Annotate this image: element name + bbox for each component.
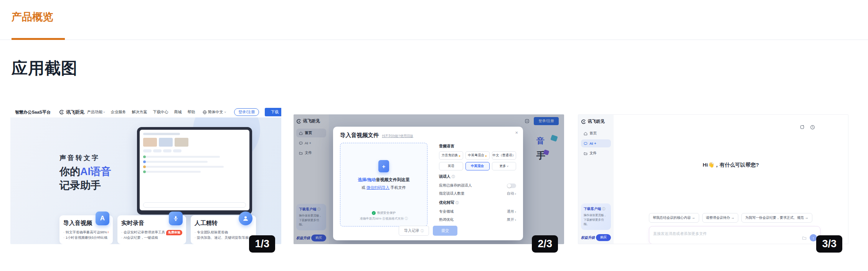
nav-item-help: 帮助 (188, 109, 195, 115)
upgrade-label: 权益升级 (581, 235, 595, 240)
tab-product-overview[interactable]: 产品概览 (12, 10, 53, 24)
page-title: 应用截图 (12, 58, 78, 79)
data-security-note: ✓数据安全保护 (340, 211, 427, 215)
input-placeholder: 直接发送消息或者添加更多文件 (653, 231, 707, 236)
feature-bullet: 专业团队校验更准确 (195, 230, 252, 235)
hero-section: 声音转文字 你的AI语音 记录助手 (10, 117, 281, 244)
mock-thumbnails (143, 138, 246, 147)
language-chips: 方言免切换◆ 中英粤混合◆ 中文（普通话） 英语 中英混合 更多˅ (439, 151, 516, 170)
feature-bullet: AI会议纪要，一键成稿 (121, 235, 182, 241)
laptop-mockup (137, 127, 252, 215)
feature-bullet: 转文字准确率最高可达98%1 (63, 230, 109, 235)
hotword-row: 热词优化 展开› (439, 216, 516, 224)
lang-chip-english: 英语 (439, 162, 463, 170)
nav-menu: 产品功能˅ 企业服务 解决方案 下载中心 商城 帮助 简体中文˅ 登录/注册 下… (87, 108, 281, 116)
download-button: 下载 (265, 108, 281, 116)
brand-name: 讯飞听见 (588, 119, 605, 124)
promo-description: 操作体验更流畅，下载解锁更多功能。 (584, 213, 608, 226)
screenshot-2-image: 讯飞听见 首页 AI + 文件 下载客户端ⓘ 操作体验更流畅，下载解锁更多功能。… (294, 114, 564, 244)
language-switcher: 简体中文˅ (203, 109, 226, 115)
lang-chip-more: 更多˅ (492, 162, 517, 170)
attach-folder-icon (802, 236, 807, 240)
close-icon: × (515, 130, 518, 136)
mock-input-bar (143, 202, 246, 208)
import-records-button: 导入记录ⓘ (399, 226, 429, 236)
mock-transcript-line (143, 166, 224, 168)
import-media-modal: × 导入音视频文件 找不到功能?使用旧版 + 选择/拖动音视频文件到这里 或 微… (333, 127, 523, 240)
sidebar-item-home: 首页 (581, 129, 611, 138)
send-button: ↑ (810, 234, 817, 241)
speaker-count-row: 指定说话人数量 自动› (439, 190, 516, 198)
feature-cards: A 导入音视频 转文字准确率最高可达98%1 1小时音视频最快5分钟出稿 实时录… (59, 215, 236, 244)
screenshot-2[interactable]: 讯飞听见 首页 AI + 文件 下载客户端ⓘ 操作体验更流畅，下载解锁更多功能。… (294, 114, 564, 244)
modal-footer: 导入记录ⓘ 提交 (333, 226, 523, 236)
folder-icon (584, 152, 587, 155)
screenshot-3-image: 讯飞听见 首页 AI + 文件 下载客户端ⓘ 操作体验更流畅，下载解锁更多功能。… (578, 114, 848, 244)
submit-button: 提交 (433, 226, 457, 236)
star-icon: ◆ (485, 154, 487, 157)
free-trial-badge: 免费体验 (166, 230, 182, 235)
ear-logo-icon (59, 109, 64, 115)
lang-chip-cn-en-yue: 中英粤混合◆ (465, 151, 490, 160)
nav-item-enterprise: 企业服务 (111, 109, 126, 115)
lang-chip-mandarin: 中文（普通话） (492, 151, 517, 160)
message-input: 直接发送消息或者添加更多文件 ↑ (649, 226, 820, 244)
mock-transcript-line (143, 171, 201, 173)
screenshot-1-image: 智慧办公SaaS平台 讯飞听见 产品功能˅ 企业服务 解决方案 下载中心 商城 … (10, 107, 281, 244)
optimize-section-label: 优化转写ⓘ (439, 200, 516, 205)
slide-counter-3: 3/3 (816, 235, 842, 253)
download-client-card: 下载客户端ⓘ 操作体验更流畅，下载解锁更多功能。 (581, 203, 611, 230)
domain-row: 专业领域 通用› (439, 208, 516, 216)
footnote-superscript: 1 (107, 230, 109, 235)
hero-line2: 你的AI语音 (59, 165, 111, 179)
suggestion-chips: 帮我总结会议的核心内容 → 请整理会议待办 → 为我写一份会议纪要，要求正式、规… (649, 213, 820, 223)
hotword-value: 展开› (507, 217, 516, 222)
feature-card-record: 实时录音 会议实时记录整理效率工具免费体验 AI会议纪要，一键成稿 (117, 215, 186, 244)
hero-headline: 声音转文字 你的AI语音 记录助手 (59, 154, 111, 192)
lang-chip-dialect: 方言免切换◆ (439, 151, 463, 160)
tingjian-logo: 讯飞听见 (59, 109, 84, 116)
suggestion-chip-minutes: 为我写一份会议纪要，要求正式、规范 → (741, 213, 812, 223)
site-navbar: 智慧办公SaaS平台 讯飞听见 产品功能˅ 企业服务 解决方案 下载中心 商城 … (10, 107, 281, 117)
chevron-down-icon: ˅ (224, 111, 226, 114)
chevron-right-icon: › (515, 210, 516, 214)
drop-zone-line1: 选择/拖动音视频文件到这里 (340, 177, 427, 183)
chat-input-area: 帮我总结会议的核心内容 → 请整理会议待办 → 为我写一份会议纪要，要求正式、规… (649, 213, 820, 244)
buy-button: 购买 (596, 234, 611, 241)
ai-chat-icon (584, 142, 587, 145)
history-icon (810, 125, 815, 130)
feature-bullet: 提供加急、速记、关键词提取等服务 (195, 235, 252, 241)
info-icon: ⓘ (404, 217, 408, 220)
add-file-icon: + (378, 160, 389, 172)
folder-a-icon: A (96, 212, 109, 225)
laptop-screen (140, 130, 249, 210)
assistant-greeting: Hi👋，有什么可以帮您? (614, 162, 848, 169)
login-register-button: 登录/注册 (234, 108, 259, 116)
suggestion-chip-todos: 请整理会议待办 → (702, 213, 739, 223)
chevron-down-icon: ˅ (103, 111, 105, 114)
nav-item-store: 商城 (174, 109, 182, 115)
upgrade-row: 权益升级 购买 (581, 234, 611, 241)
screenshot-1[interactable]: 智慧办公SaaS平台 讯飞听见 产品功能˅ 企业服务 解决方案 下载中心 商城 … (10, 107, 281, 244)
speaker-count-value: 自动› (507, 191, 516, 196)
import-options-panel: 音频语言 方言免切换◆ 中英粤混合◆ 中文（普通话） 英语 中英混合 更多˅ 说… (439, 143, 516, 226)
wechat-scan-link: 微信扫码导入 (366, 185, 389, 190)
hero-line1: 声音转文字 (59, 154, 111, 162)
feature-card-human: 人工精转 专业团队校验更准确 提供加急、速记、关键词提取等服务 (191, 215, 256, 244)
legacy-version-link: 找不到功能?使用旧版 (382, 134, 413, 139)
chat-toolbar (800, 125, 815, 130)
hero-line3: 记录助手 (59, 179, 111, 193)
file-drop-zone: + 选择/拖动音视频文件到这里 或 微信扫码导入 手机文件 ✓数据安全保护 准确… (340, 143, 427, 226)
tingjian-logo: 讯飞听见 (581, 119, 611, 124)
home-icon (584, 132, 587, 136)
ear-logo-icon (581, 119, 586, 124)
mock-transcript-line (143, 156, 220, 158)
feature-bullet: 会议实时记录整理效率工具免费体验 (121, 230, 182, 235)
screenshot-3[interactable]: 讯飞听见 首页 AI + 文件 下载客户端ⓘ 操作体验更流畅，下载解锁更多功能。… (578, 114, 848, 244)
slide-counter-1: 1/3 (249, 235, 275, 253)
sidebar-item-files: 文件 (581, 149, 611, 158)
speaker-section-label: 说话人ⓘ (439, 174, 516, 179)
mock-title-bar (143, 133, 180, 135)
shield-check-icon: ✓ (372, 211, 376, 215)
suggestion-chip-summary: 帮我总结会议的核心内容 → (649, 213, 699, 223)
